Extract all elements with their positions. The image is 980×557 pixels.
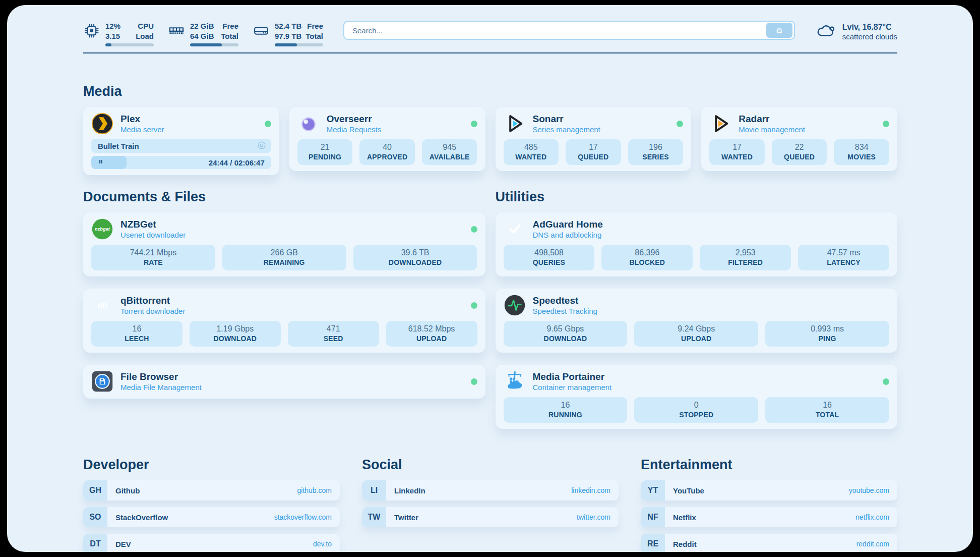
stat-label: DOWNLOADED: [355, 258, 475, 266]
stat-value: 9.65 Gbps: [506, 324, 626, 333]
stat-label: SEED: [290, 335, 377, 343]
stat-box: 17 QUEUED: [566, 139, 621, 165]
status-dot: [265, 121, 271, 127]
search-engine-button[interactable]: G: [766, 23, 792, 38]
stat-label: QUEUED: [774, 153, 825, 161]
app-card-speedtest[interactable]: Speedtest Speedtest Tracking 9.65 Gbps D…: [496, 289, 898, 353]
app-icon: [297, 113, 320, 135]
svg-text:qb: qb: [97, 301, 107, 309]
qbittorrent-icon: qb: [91, 294, 113, 316]
disk-total-value: 97.9 TB: [275, 31, 301, 41]
top-bar: 12%CPU 3.15Load 22 GiBFree 64 GiBTotal: [83, 19, 897, 46]
stat-value: 498,508: [506, 248, 593, 257]
link-name: Netflix: [673, 513, 696, 522]
dashboard-page: 12%CPU 3.15Load 22 GiBFree 64 GiBTotal: [7, 5, 973, 552]
stat-value: 40: [361, 143, 413, 152]
stat-label: UPLOAD: [388, 335, 475, 343]
link-name: DEV: [115, 540, 131, 548]
stat-value: 16: [767, 401, 887, 410]
status-dot: [677, 121, 683, 127]
app-subtitle: Container management: [533, 383, 612, 392]
app-name: Radarr: [739, 114, 805, 125]
stat-label: DOWNLOAD: [506, 335, 626, 343]
stat-box: 2,953 FILTERED: [700, 245, 791, 270]
stat-value: 744.21 Mbps: [93, 248, 213, 257]
app-card-overseerr[interactable]: Overseerr Media Requests 21 PENDING 40 A…: [289, 107, 485, 171]
ram-total-value: 64 GiB: [190, 31, 214, 41]
link-item-github[interactable]: GH Github github.com: [83, 480, 340, 500]
stat-label: FILTERED: [702, 258, 789, 266]
ram-icon: [168, 22, 185, 41]
app-card-plex[interactable]: Plex Media server Bullet Train 24:44 / 0…: [83, 107, 279, 175]
link-section-developer: Developer GH Github github.com SO StackO…: [83, 457, 340, 552]
stat-box: 86,396 BLOCKED: [601, 245, 693, 270]
app-card-radarr[interactable]: Radarr Movie management 17 WANTED 22 QUE…: [701, 107, 897, 171]
app-card-adguard-home[interactable]: AdGuard Home DNS and adblocking 498,508 …: [496, 212, 898, 276]
app-card-media-portainer[interactable]: Media Portainer Container management 16 …: [496, 365, 898, 429]
stat-box: 39.6 TB DOWNLOADED: [353, 245, 477, 270]
cpu-label: CPU: [138, 21, 154, 31]
app-name: qBittorrent: [120, 295, 185, 306]
app-stats: 16 RUNNING 0 STOPPED 16 TOTAL: [504, 397, 890, 423]
link-section-title: Social: [362, 457, 619, 473]
link-item-dev[interactable]: DT DEV dev.to: [83, 534, 340, 552]
speedtest-icon: [504, 294, 526, 316]
stat-value: 834: [836, 143, 887, 152]
stat-value: 17: [711, 143, 763, 152]
app-name: Plex: [120, 114, 164, 125]
link-item-youtube[interactable]: YT YouTube youtube.com: [641, 480, 897, 500]
cpu-usage-bar: [105, 43, 154, 46]
link-url: github.com: [297, 486, 332, 494]
stat-value: 21: [299, 143, 351, 152]
ram-free-value: 22 GiB: [190, 21, 214, 31]
svg-text:nzbget: nzbget: [95, 227, 110, 232]
stat-label: LATENCY: [800, 258, 887, 266]
stat-value: 618.52 Mbps: [388, 324, 475, 333]
disk-free-value: 52.4 TB: [275, 21, 301, 31]
link-item-netflix[interactable]: NF Netflix netflix.com: [641, 507, 897, 527]
status-dot: [471, 121, 477, 127]
search-input[interactable]: [343, 21, 795, 40]
app-card-file-browser[interactable]: File Browser Media File Management: [83, 365, 485, 399]
stat-value: 47.57 ms: [800, 248, 887, 257]
app-name: NZBGet: [120, 219, 186, 230]
status-dot: [883, 378, 889, 385]
app-name: Sonarr: [533, 114, 600, 125]
now-playing: Bullet Train 24:44 / 02:06:47: [91, 139, 271, 169]
link-badge: SO: [83, 507, 107, 527]
stat-box: 945 AVAILABLE: [422, 139, 477, 165]
stat-box: 618.52 Mbps UPLOAD: [386, 321, 477, 347]
link-url: linkedin.com: [571, 486, 610, 494]
stat-value: 266 GB: [224, 248, 344, 257]
link-item-twitter[interactable]: TW Twitter twitter.com: [362, 507, 619, 527]
app-card-qbittorrent[interactable]: qb qBittorrent Torrent downloader 16 LEE…: [83, 289, 485, 353]
link-url: stackoverflow.com: [274, 513, 332, 521]
app-stats: 21 PENDING 40 APPROVED 945 AVAILABLE: [297, 139, 477, 165]
app-subtitle: Series management: [533, 125, 600, 134]
link-name: StackOverflow: [115, 513, 168, 522]
app-card-sonarr[interactable]: Sonarr Series management 485 WANTED 17 Q…: [496, 107, 692, 171]
stat-box: 0.993 ms PING: [765, 321, 889, 347]
app-subtitle: Speedtest Tracking: [533, 307, 597, 315]
stat-box: 196 SERIES: [628, 139, 684, 165]
link-item-reddit[interactable]: RE Reddit reddit.com: [641, 534, 897, 552]
weather-location-temp: Lviv, 16.87°C: [842, 23, 897, 32]
app-name: Media Portainer: [533, 371, 612, 382]
weather-widget: Lviv, 16.87°C scattered clouds: [815, 19, 897, 43]
stat-box: 17 WANTED: [709, 139, 765, 165]
app-icon: [91, 113, 113, 135]
app-subtitle: Usenet downloader: [120, 231, 186, 239]
link-badge: RE: [641, 534, 665, 552]
link-item-stackoverflow[interactable]: SO StackOverflow stackoverflow.com: [83, 507, 340, 527]
stat-value: 0: [636, 401, 756, 410]
link-section-social: Social LI LinkedIn linkedin.com TW Twitt…: [362, 457, 619, 552]
playback-progress-bar[interactable]: 24:44 / 02:06:47: [91, 156, 271, 169]
app-card-nzbget[interactable]: nzbget NZBGet Usenet downloader 744.21 M…: [83, 212, 485, 276]
system-stats: 12%CPU 3.15Load 22 GiBFree 64 GiBTotal: [83, 19, 323, 46]
ram-usage-bar: [190, 43, 238, 46]
stat-label: AVAILABLE: [424, 153, 475, 161]
app-stats: 16 LEECH 1.19 Gbps DOWNLOAD 471 SEED 618…: [91, 321, 477, 347]
status-dot: [471, 302, 477, 309]
stat-value: 0.993 ms: [767, 324, 887, 333]
link-item-linkedin[interactable]: LI LinkedIn linkedin.com: [362, 480, 619, 500]
